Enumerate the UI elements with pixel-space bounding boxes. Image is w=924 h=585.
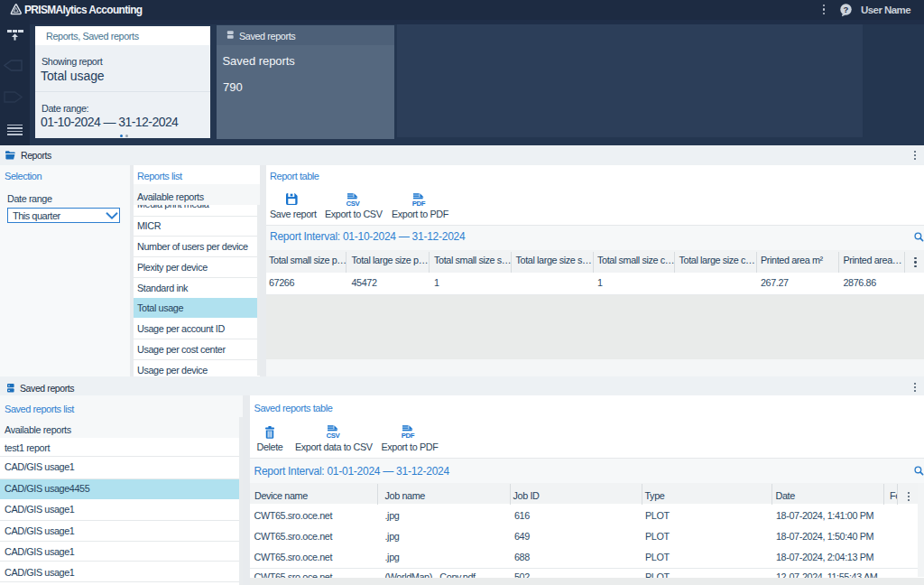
svg-text:?: ?: [844, 5, 849, 14]
svg-text:CSV: CSV: [346, 200, 360, 207]
svg-text:CSV: CSV: [327, 432, 340, 439]
svg-text:PDF: PDF: [402, 432, 415, 439]
svg-text:PDF: PDF: [412, 200, 426, 207]
